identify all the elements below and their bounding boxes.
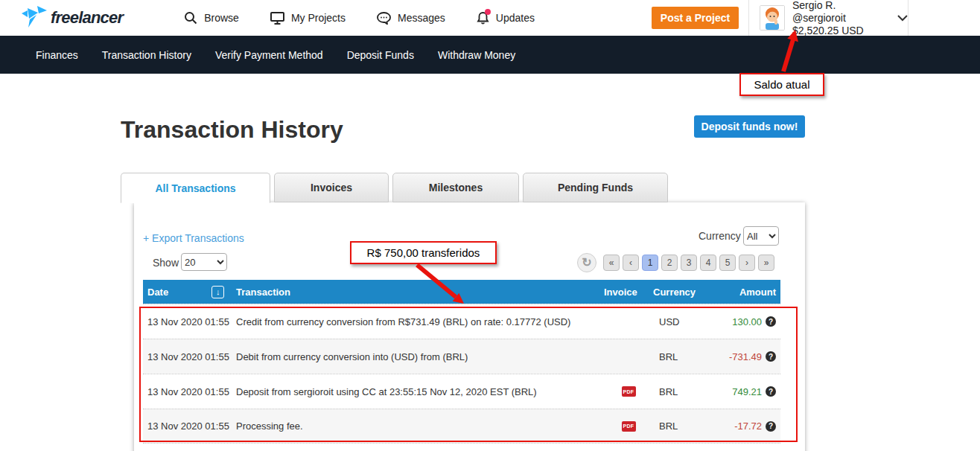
table-row: 13 Nov 2020 01:55 Debit from currency co… — [143, 339, 780, 374]
search-icon — [184, 11, 197, 25]
user-info: Sergio R. @sergioroit $2,520.25 USD — [792, 0, 891, 37]
cell-amount: -731.49 — [729, 351, 762, 362]
cell-date: 13 Nov 2020 01:55 — [143, 420, 236, 432]
cell-transaction: Processing fee. — [236, 420, 604, 432]
avatar-image — [760, 6, 784, 30]
page: freelancer Browse My Projects — [0, 0, 980, 451]
nav-my-projects[interactable]: My Projects — [270, 12, 346, 25]
pdf-icon[interactable]: PDF — [622, 421, 636, 432]
user-account-menu[interactable]: Sergio R. @sergioroit $2,520.25 USD — [748, 0, 909, 36]
tab-milestones[interactable]: Milestones — [392, 173, 519, 202]
pagination-page-3[interactable]: 3 — [681, 255, 697, 271]
nav-messages-label: Messages — [398, 12, 445, 24]
pagination-prev[interactable]: ‹ — [623, 255, 639, 271]
deposit-funds-now-button[interactable]: Deposit funds now! — [694, 115, 805, 138]
user-name: Sergio R. @sergioroit — [792, 0, 891, 25]
show-select[interactable]: 20 — [181, 253, 227, 271]
transfer-annotation: R$ 750,00 transferidos — [350, 241, 497, 264]
refresh-icon[interactable]: ↻ — [577, 253, 596, 272]
currency-label: Currency — [699, 230, 741, 242]
subnav-verify-payment-method[interactable]: Verify Payment Method — [215, 49, 323, 61]
pdf-icon[interactable]: PDF — [622, 386, 636, 397]
subnav-deposit-funds[interactable]: Deposit Funds — [347, 49, 414, 61]
top-nav: Browse My Projects Messages — [153, 11, 535, 25]
help-icon[interactable]: ? — [766, 386, 776, 397]
column-header-amount: Amount — [713, 287, 780, 298]
subnav-transaction-history[interactable]: Transaction History — [102, 49, 191, 61]
column-header-transaction: Transaction — [236, 287, 604, 298]
pagination-page-2[interactable]: 2 — [661, 255, 678, 271]
nav-updates-label: Updates — [496, 12, 535, 24]
cell-amount: -17.72 — [734, 420, 762, 432]
help-icon[interactable]: ? — [766, 316, 776, 327]
table-row: 13 Nov 2020 01:55 Deposit from sergioroi… — [143, 374, 780, 409]
user-balance: $2,520.25 USD — [792, 25, 891, 37]
tab-pending-funds[interactable]: Pending Funds — [523, 173, 668, 202]
transactions-panel: + Export Transactions Show 20 Currency A… — [134, 202, 805, 451]
chat-icon — [377, 12, 391, 25]
freelancer-bird-icon — [21, 6, 48, 30]
cell-date: 13 Nov 2020 01:55 — [143, 386, 236, 397]
avatar — [760, 5, 785, 31]
pagination: « ‹ 1 2 3 4 5 › » — [603, 255, 774, 271]
notification-dot — [485, 9, 491, 15]
cell-transaction: Credit from currency conversion from R$7… — [236, 316, 604, 327]
show-label: Show — [153, 257, 179, 269]
nav-browse-label: Browse — [204, 12, 239, 24]
chevron-down-icon[interactable] — [897, 15, 908, 22]
table-row: 13 Nov 2020 01:55 Processing fee. PDF BR… — [143, 409, 780, 444]
cell-date: 13 Nov 2020 01:55 — [143, 316, 236, 327]
freelancer-wordmark: freelancer — [51, 8, 123, 28]
subnav-finances[interactable]: Finances — [36, 49, 78, 61]
cell-currency: BRL — [653, 386, 713, 397]
bell-icon-wrap — [477, 11, 489, 25]
cell-transaction: Debit from currency conversion into (USD… — [236, 351, 604, 362]
page-title: Transaction History — [121, 116, 343, 144]
balance-annotation: Saldo atual — [739, 73, 824, 96]
monitor-icon — [270, 12, 284, 25]
table-row: 13 Nov 2020 01:55 Credit from currency c… — [143, 304, 780, 339]
subnav-withdraw-money[interactable]: Withdraw Money — [438, 49, 515, 61]
pagination-last[interactable]: » — [758, 255, 774, 271]
top-header: freelancer Browse My Projects — [0, 0, 980, 36]
pagination-page-5[interactable]: 5 — [719, 255, 736, 271]
pagination-page-4[interactable]: 4 — [700, 255, 716, 271]
cell-currency: BRL — [653, 351, 713, 362]
cell-transaction: Deposit from sergioroit using CC at 23:5… — [236, 386, 604, 397]
nav-browse[interactable]: Browse — [184, 11, 239, 25]
nav-my-projects-label: My Projects — [291, 12, 346, 24]
cell-amount: 130.00 — [732, 316, 762, 327]
help-icon[interactable]: ? — [766, 351, 776, 362]
column-header-invoice: Invoice — [604, 287, 653, 298]
column-header-date: Date ↓ — [143, 286, 236, 298]
freelancer-logo[interactable]: freelancer — [21, 6, 123, 30]
currency-select[interactable]: All — [743, 226, 779, 246]
pagination-next[interactable]: › — [739, 255, 755, 271]
cell-currency: USD — [653, 316, 713, 327]
nav-updates[interactable]: Updates — [477, 11, 535, 25]
nav-messages[interactable]: Messages — [377, 12, 445, 25]
pagination-first[interactable]: « — [603, 255, 620, 271]
tab-all-transactions[interactable]: All Transactions — [121, 173, 270, 203]
table-header: Date ↓ Transaction Invoice Currency Amou… — [143, 280, 780, 304]
help-icon[interactable]: ? — [766, 421, 776, 432]
column-header-currency: Currency — [653, 287, 713, 298]
cell-currency: BRL — [653, 420, 713, 432]
post-a-project-button[interactable]: Post a Project — [652, 7, 739, 29]
sort-descending-icon[interactable]: ↓ — [211, 286, 224, 298]
cell-amount: 749.21 — [732, 386, 762, 397]
tab-invoices[interactable]: Invoices — [274, 173, 389, 202]
finances-subnav: Finances Transaction History Verify Paym… — [0, 36, 980, 74]
cell-date: 13 Nov 2020 01:55 — [143, 351, 236, 362]
pagination-page-1[interactable]: 1 — [642, 255, 658, 271]
export-transactions-link[interactable]: + Export Transactions — [143, 232, 244, 244]
